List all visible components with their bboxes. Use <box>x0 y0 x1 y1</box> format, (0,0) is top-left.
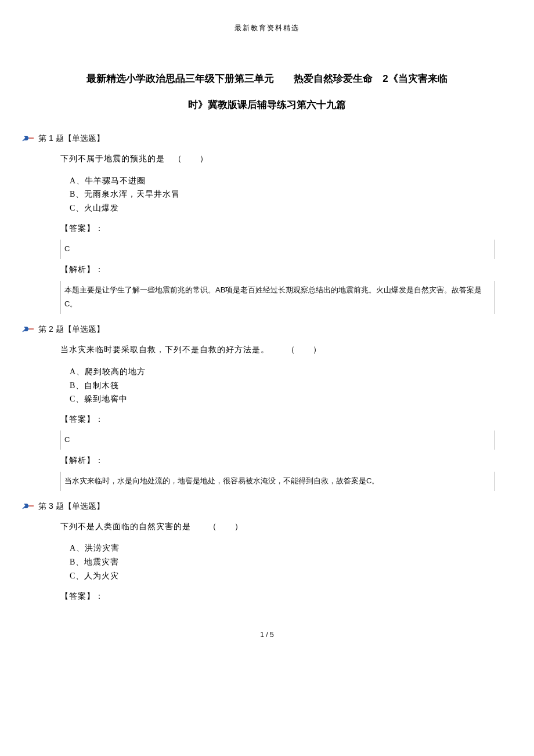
analysis-label: 【解析】： <box>60 265 495 275</box>
option-b: B、地震灾害 <box>70 555 495 569</box>
analysis-box: 本题主要是让学生了解一些地震前兆的常识。AB项是老百姓经过长期观察总结出的地震前… <box>60 281 495 314</box>
option-b: B、自制木筏 <box>70 379 495 393</box>
page-footer: 1 / 5 <box>39 631 495 639</box>
question-1-stem: 下列不属于地震的预兆的是 （ ） <box>60 152 495 166</box>
pencil-icon <box>22 135 35 143</box>
option-a: A、爬到较高的地方 <box>70 365 495 379</box>
running-header: 最新教育资料精选 <box>39 23 495 33</box>
question-number-label: 第 1 题【单选题】 <box>38 133 104 144</box>
question-3-stem: 下列不是人类面临的自然灾害的是 （ ） <box>60 520 495 534</box>
question-1-header: 第 1 题【单选题】 <box>22 133 495 144</box>
option-c: C、火山爆发 <box>70 201 495 215</box>
answer-label: 【答案】： <box>60 591 495 602</box>
question-2-header: 第 2 题【单选题】 <box>22 324 495 335</box>
answer-box: C <box>60 431 495 450</box>
analysis-box: 当水灾来临时，水是向地处流的，地窖是地处，很容易被水淹没，不能得到自救，故答案是… <box>60 472 495 491</box>
svg-marker-1 <box>24 136 29 140</box>
option-a: A、牛羊骡马不进圈 <box>70 174 495 188</box>
page-container: 最新教育资料精选 最新精选小学政治思品三年级下册第三单元 热爱自然珍爱生命 2《… <box>0 0 534 662</box>
question-3-options: A、洪涝灾害 B、地震灾害 C、人为火灾 <box>70 541 495 583</box>
option-b: B、无雨泉水浑，天旱井水冒 <box>70 187 495 201</box>
title-line-1: 最新精选小学政治思品三年级下册第三单元 热爱自然珍爱生命 2《当灾害来临 <box>39 68 495 89</box>
answer-box: C <box>60 240 495 259</box>
title-line-2: 时》冀教版课后辅导练习第六十九篇 <box>39 94 495 115</box>
document-title: 最新精选小学政治思品三年级下册第三单元 热爱自然珍爱生命 2《当灾害来临 时》冀… <box>39 68 495 116</box>
analysis-label: 【解析】： <box>60 455 495 466</box>
svg-marker-7 <box>24 504 29 508</box>
pencil-icon <box>22 325 35 334</box>
option-c: C、躲到地窖中 <box>70 392 495 406</box>
question-2-stem: 当水灾来临时要采取自救，下列不是自救的好方法是。 （ ） <box>60 343 495 357</box>
svg-marker-4 <box>24 327 29 331</box>
question-number-label: 第 2 题【单选题】 <box>38 324 104 335</box>
answer-label: 【答案】： <box>60 414 495 425</box>
question-2-options: A、爬到较高的地方 B、自制木筏 C、躲到地窖中 <box>70 365 495 406</box>
question-number-label: 第 3 题【单选题】 <box>38 501 104 512</box>
option-c: C、人为火灾 <box>70 569 495 583</box>
option-a: A、洪涝灾害 <box>70 541 495 555</box>
question-1-options: A、牛羊骡马不进圈 B、无雨泉水浑，天旱井水冒 C、火山爆发 <box>70 174 495 215</box>
pencil-icon <box>22 502 35 511</box>
question-3-header: 第 3 题【单选题】 <box>22 501 495 512</box>
answer-label: 【答案】： <box>60 223 495 234</box>
